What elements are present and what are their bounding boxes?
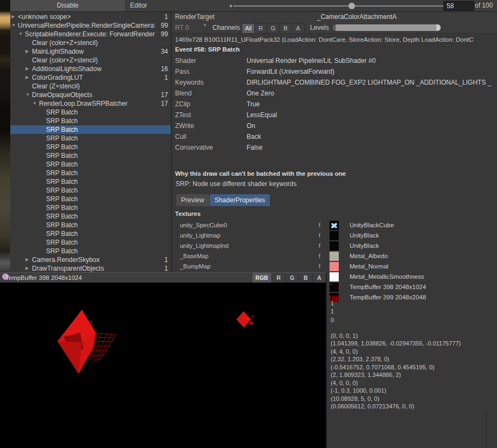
tree-row[interactable]: SRP Batch	[10, 203, 171, 212]
tree-row-label: SRP Batch	[46, 212, 78, 221]
foldout-closed-icon[interactable]: ▶	[11, 12, 15, 21]
tree-row[interactable]: ▶MainLightShadow34	[10, 47, 171, 56]
channel-button-a[interactable]: A	[292, 24, 304, 33]
tree-row[interactable]: ▼DrawOpaqueObjects17	[10, 91, 171, 99]
tree-row[interactable]: SRP Batch	[10, 247, 171, 255]
preview-canvas[interactable]	[0, 283, 326, 448]
frame-slider-handle[interactable]	[348, 3, 355, 9]
preview-titlebar[interactable]: TempBuffer 398 2048x1024 RGBRGBA	[0, 272, 326, 283]
detail-row: PassForwardLit (UniversalForward)	[172, 66, 497, 77]
foldout-open-icon[interactable]: ▼	[18, 30, 23, 39]
channel-button-b[interactable]: B	[280, 24, 292, 33]
detail-value: False	[247, 142, 262, 153]
foldout-closed-icon[interactable]: ▶	[25, 73, 29, 82]
tree-row[interactable]: ▶<unknown scope>1	[10, 12, 171, 21]
texture-thumbnail[interactable]	[330, 283, 339, 292]
tree-row-label: DrawOpaqueObjects	[32, 91, 92, 99]
texture-thumbnail[interactable]	[330, 262, 339, 271]
texture-name: UnityBlackCube	[350, 220, 394, 231]
tree-row[interactable]: SRP Batch	[10, 160, 171, 169]
tree-row[interactable]: SRP Batch	[10, 143, 171, 151]
tree-row[interactable]: ▶ColorGradingLUT1	[10, 73, 171, 82]
texture-name: Metal_MetallicSmoothness	[350, 272, 424, 282]
foldout-closed-icon[interactable]: ▶	[25, 264, 29, 273]
channel-button-all[interactable]: All	[242, 24, 255, 33]
texture-row[interactable]: _BaseMapfMetal_Albedo	[172, 251, 497, 261]
tree-row-label: SRP Batch	[46, 247, 78, 255]
tree-row[interactable]: SRP Batch	[10, 177, 171, 186]
preview-channel-button-b[interactable]: B	[299, 273, 312, 283]
foldout-closed-icon[interactable]: ▶	[25, 47, 29, 56]
tree-row[interactable]: ▶Camera.RenderSkybox1	[10, 255, 171, 264]
texture-thumbnail[interactable]	[330, 221, 339, 230]
tree-row[interactable]: SRP Batch	[10, 134, 171, 143]
texture-name: UnityBlack	[350, 231, 379, 241]
tree-row[interactable]: SRP Batch	[10, 151, 171, 160]
texture-thumbnail[interactable]	[330, 252, 339, 261]
tree-row[interactable]: SRP Batch	[10, 221, 171, 229]
tree-row[interactable]: ▼ScriptableRenderer.Execute: ForwardRend…	[10, 30, 171, 39]
tab-preview[interactable]: Preview	[176, 194, 209, 206]
foldout-closed-icon[interactable]: ▶	[25, 255, 29, 264]
disable-button[interactable]: Disable	[10, 0, 126, 11]
tree-row[interactable]: SRP Batch	[10, 195, 171, 203]
texture-row[interactable]: unity_LightmapIndfUnityBlack	[172, 241, 497, 251]
rt-index-dropdown[interactable]: RT 0	[175, 22, 189, 33]
texture-thumbnail[interactable]	[330, 272, 339, 281]
detail-label: ZClip	[175, 99, 190, 110]
tree-row[interactable]: SRP Batch	[10, 108, 171, 117]
foldout-closed-icon[interactable]: ▶	[25, 65, 29, 73]
preview-channel-button-r[interactable]: R	[272, 273, 285, 283]
tree-row[interactable]: SRP Batch	[10, 186, 171, 195]
tree-row-count: 17	[161, 99, 168, 108]
texture-name: TempBuffer 398 2048x1024	[350, 282, 426, 292]
tree-row[interactable]: Clear (Z+stencil)	[10, 82, 171, 91]
tree-row[interactable]: SRP Batch	[10, 169, 171, 177]
tree-row[interactable]: Clear (color+Z+stencil)	[10, 56, 171, 65]
preview-channel-button-a[interactable]: A	[312, 273, 326, 283]
levels-slider[interactable]	[333, 24, 441, 31]
channel-button-g[interactable]: G	[267, 24, 280, 33]
tree-row[interactable]: SRP Batch	[10, 229, 171, 238]
preview-channel-button-rgb[interactable]: RGB	[251, 273, 272, 283]
tree-row-label: SRP Batch	[46, 160, 78, 169]
target-dropdown[interactable]: Editor ▼	[126, 0, 238, 11]
texture-row[interactable]: unity_LightmapfUnityBlack	[172, 231, 497, 241]
tree-row[interactable]: SRP Batch	[10, 212, 171, 221]
frame-slider[interactable]	[233, 5, 451, 7]
texture-thumbnail[interactable]	[330, 241, 339, 251]
tree-row[interactable]: Clear (color+Z+stencil)	[10, 39, 171, 47]
event-tree: ▶<unknown scope>1▼UniversalRenderPipelin…	[10, 12, 171, 273]
detail-label: Keywords	[175, 77, 204, 88]
foldout-open-icon[interactable]: ▼	[33, 99, 37, 108]
render-target-value: _CameraColorAttachmentA	[317, 12, 397, 22]
tree-row[interactable]: SRP Batch	[10, 117, 171, 125]
tree-row-count: 17	[161, 91, 168, 99]
preview-channel-button-g[interactable]: G	[285, 273, 299, 283]
foldout-open-icon[interactable]: ▼	[25, 91, 30, 99]
texture-row[interactable]: _BumpMapfMetal_Normal	[172, 261, 497, 272]
vector-value: (4, 4, 0, 0)	[331, 348, 358, 355]
tree-row[interactable]: ▶DrawTransparentObjects1	[10, 264, 171, 273]
tree-row[interactable]: ▶AdditionalLightsShadow16	[10, 65, 171, 73]
tree-row-count: 99	[161, 21, 168, 30]
texture-row[interactable]: unity_SpecCube0fUnityBlackCube	[172, 220, 497, 231]
texture-name: Metal_Normal	[350, 261, 389, 272]
tree-row-label: SRP Batch	[46, 177, 78, 186]
tree-row[interactable]: SRP Batch	[10, 125, 171, 134]
detail-value: Universal Render Pipeline/Lit, SubShader…	[247, 55, 376, 66]
texture-preview-window: TempBuffer 398 2048x1024 RGBRGBA	[0, 272, 327, 448]
tree-row[interactable]: ▼UniversalRenderPipeline.RenderSingleCam…	[10, 21, 171, 30]
foldout-open-icon[interactable]: ▼	[11, 21, 16, 30]
buffer-info-text: 1469x728 B10G11R11_UFloatPack32 (LoadAct…	[175, 36, 497, 43]
detail-row: ZClipTrue	[172, 99, 497, 110]
frame-number-input[interactable]: 58	[443, 1, 474, 11]
tree-row[interactable]: ▼RenderLoop.DrawSRPBatcher17	[10, 99, 171, 108]
tree-row[interactable]: SRP Batch	[10, 238, 171, 247]
detail-label: Cull	[175, 131, 186, 142]
channel-button-r[interactable]: R	[255, 24, 267, 33]
tab-shaderproperties[interactable]: ShaderProperties	[210, 194, 270, 206]
vector-value: (0, 0, 0, 1)	[331, 332, 358, 339]
texture-thumbnail[interactable]	[330, 231, 339, 240]
texture-flag: f	[319, 220, 320, 231]
